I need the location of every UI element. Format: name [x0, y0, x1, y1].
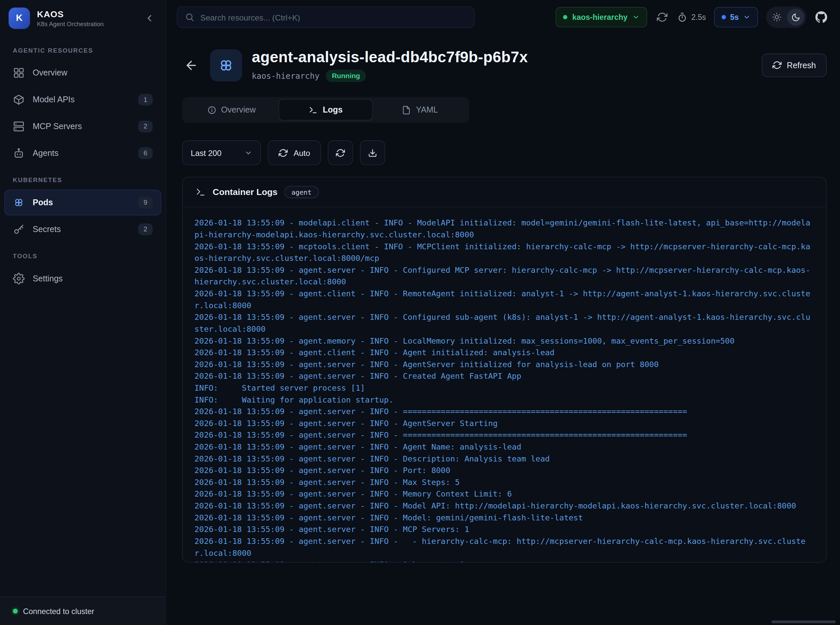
log-panel-title: Container Logs: [213, 187, 278, 197]
info-icon: [207, 105, 216, 115]
topbar-controls: kaos-hierarchy 2.5s: [556, 6, 828, 28]
log-output[interactable]: 2026-01-18 13:55:09 - modelapi.client - …: [183, 207, 826, 563]
sidebar-item-settings[interactable]: Settings: [4, 266, 161, 292]
main-area: kaos-hierarchy 2.5s: [166, 0, 840, 625]
log-line: 2026-01-18 13:55:09 - agent.server - INF…: [195, 441, 815, 453]
namespace-status-dot-icon: [563, 15, 568, 19]
section-label-kubernetes: KUBERNETES: [0, 167, 166, 189]
search-box[interactable]: [177, 6, 475, 28]
log-line: 2026-01-18 13:55:09 - agent.memory - INF…: [195, 335, 815, 347]
pods-icon: [13, 197, 25, 208]
topbar: kaos-hierarchy 2.5s: [166, 0, 840, 34]
log-line: 2026-01-18 13:55:09 - agent.server - INF…: [195, 359, 815, 370]
auto-refresh-toggle[interactable]: Auto: [268, 140, 321, 165]
sidebar-item-label: Settings: [33, 274, 63, 283]
tab-label: Overview: [221, 105, 256, 115]
tab-logs[interactable]: Logs: [279, 99, 373, 120]
container-logs-panel: Container Logs agent 2026-01-18 13:55:09…: [182, 177, 826, 563]
sidebar-item-label: Model APIs: [33, 95, 75, 104]
log-controls: Last 200 Auto: [182, 140, 826, 165]
download-logs-button[interactable]: [360, 140, 385, 165]
log-line: 2026-01-18 13:55:09 - agent.server - INF…: [195, 417, 815, 429]
interval-status-dot-icon: [722, 15, 726, 19]
sidebar-nav-tools: Settings: [0, 266, 166, 292]
back-button[interactable]: [182, 56, 200, 74]
tab-overview[interactable]: Overview: [184, 99, 279, 120]
app-logo: K: [9, 8, 30, 29]
log-line: INFO: Started server process [1]: [195, 382, 815, 394]
gear-icon: [13, 273, 25, 285]
page-content: agent-analysis-lead-db4bc7f9b-p6b7x kaos…: [166, 34, 840, 563]
log-line: 2026-01-18 13:55:09 - agent.server - INF…: [195, 429, 815, 441]
section-label-agentic-resources: AGENTIC RESOURCES: [0, 37, 166, 59]
log-line: 2026-01-18 13:55:09 - agent.server - INF…: [195, 311, 815, 335]
tail-lines-value: Last 200: [191, 148, 221, 157]
sidebar-item-label: Pods: [33, 197, 53, 207]
log-line: 2026-01-18 13:55:09 - agent.server - INF…: [195, 406, 815, 417]
chevron-left-icon: [144, 13, 155, 23]
sidebar-item-label: Overview: [33, 68, 68, 78]
sidebar-item-overview[interactable]: Overview: [4, 60, 161, 86]
namespace-label: kaos-hierarchy: [572, 13, 627, 22]
log-line: 2026-01-18 13:55:09 - agent.server - INF…: [195, 370, 815, 382]
tab-bar: Overview Logs YAML: [182, 97, 469, 123]
log-panel-header: Container Logs agent: [183, 177, 826, 208]
sidebar-item-agents[interactable]: Agents 6: [4, 140, 161, 166]
stopwatch-icon: [677, 12, 688, 22]
app-logo-letter: K: [16, 13, 23, 23]
log-line: 2026-01-18 13:55:09 - agent.server - INF…: [195, 476, 815, 488]
terminal-icon: [196, 187, 206, 197]
chevron-down-icon: [244, 149, 252, 157]
app-subtitle: K8s Agent Orchestration: [37, 21, 104, 27]
horizontal-scrollbar-thumb[interactable]: [772, 620, 836, 623]
search-input[interactable]: [200, 12, 466, 22]
sidebar-item-pods[interactable]: Pods 9: [4, 190, 161, 216]
sidebar-item-mcp-servers[interactable]: MCP Servers 2: [4, 113, 161, 139]
sidebar-collapse-button[interactable]: [142, 11, 157, 25]
log-line: 2026-01-18 13:55:09 - agent.client - INF…: [195, 288, 815, 311]
sidebar-nav-agentic: Overview Model APIs 1 MCP Servers 2: [0, 60, 166, 166]
github-link[interactable]: [814, 10, 828, 24]
log-line: 2026-01-18 13:55:09 - agent.server - INF…: [195, 465, 815, 476]
app-name: KAOS: [37, 9, 104, 20]
tail-lines-select[interactable]: Last 200: [182, 140, 261, 165]
server-icon: [13, 120, 25, 132]
section-label-tools: TOOLS: [0, 243, 166, 265]
refresh-icon: [279, 148, 288, 157]
sidebar: K KAOS K8s Agent Orchestration AGENTIC R…: [0, 0, 166, 625]
tab-label: YAML: [416, 105, 438, 115]
refresh-interval-select[interactable]: 5s: [714, 7, 758, 28]
log-line: INFO: Waiting for application startup.: [195, 394, 815, 406]
github-icon: [815, 11, 828, 23]
tab-yaml[interactable]: YAML: [373, 99, 467, 120]
tab-label: Logs: [323, 105, 343, 115]
log-line: 2026-01-18 13:55:09 - agent.server - INF…: [195, 488, 815, 500]
status-badge: Running: [326, 70, 366, 82]
chevron-down-icon: [743, 13, 751, 21]
pod-namespace: kaos-hierarchy: [252, 71, 320, 81]
sidebar-item-model-apis[interactable]: Model APIs 1: [4, 87, 161, 113]
namespace-select[interactable]: kaos-hierarchy: [556, 7, 647, 28]
refresh-button-label: Refresh: [787, 60, 816, 70]
light-mode-button[interactable]: [768, 9, 786, 26]
refresh-icon: [336, 148, 345, 157]
count-badge: 2: [138, 120, 153, 132]
manual-refresh-button[interactable]: [328, 140, 353, 165]
theme-toggle: [766, 6, 806, 28]
terminal-icon: [309, 105, 318, 115]
refresh-button[interactable]: Refresh: [762, 53, 826, 77]
latency-indicator: 2.5s: [677, 12, 706, 22]
moon-icon: [791, 12, 800, 22]
sidebar-nav-kubernetes: Pods 9 Secrets 2: [0, 190, 166, 242]
log-line: 2026-01-18 13:55:09 - agent.server - INF…: [195, 523, 815, 535]
grid-icon: [13, 67, 25, 79]
log-line: 2026-01-18 13:55:09 - agent.server - INF…: [195, 264, 815, 288]
container-name-badge: agent: [285, 186, 319, 198]
download-icon: [368, 148, 377, 157]
sidebar-item-secrets[interactable]: Secrets 2: [4, 216, 161, 242]
count-badge: 9: [138, 197, 153, 208]
refresh-icon: [772, 61, 782, 70]
dark-mode-button[interactable]: [787, 9, 804, 26]
topbar-refresh-button[interactable]: [655, 10, 669, 24]
status-dot-icon: [13, 609, 18, 614]
